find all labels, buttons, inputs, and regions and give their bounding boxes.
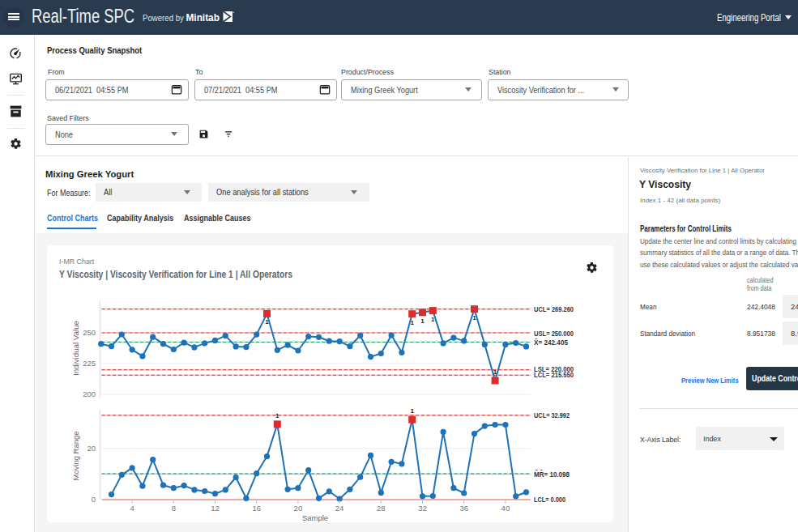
svg-text:20: 20 [87,444,96,453]
svg-text:LCL= 0.000: LCL= 0.000 [534,495,565,504]
svg-text:1: 1 [472,314,476,321]
svg-text:1: 1 [431,316,435,323]
svg-text:40: 40 [501,504,510,513]
svg-text:250: 250 [83,328,96,337]
svg-text:20: 20 [294,504,303,513]
svg-text:200: 200 [83,389,96,398]
svg-text:32: 32 [418,504,427,513]
svg-text:M̄R̄= 10.098: M̄R̄= 10.098 [534,470,570,479]
svg-text:1: 1 [410,319,414,326]
svg-text:0: 0 [92,495,96,504]
svg-text:LCL= 215.550: LCL= 215.550 [534,370,574,379]
svg-text:1: 1 [420,317,425,325]
svg-text:1: 1 [410,407,414,415]
svg-text:1: 1 [265,318,269,326]
svg-text:225: 225 [83,359,96,368]
svg-text:16: 16 [252,504,261,513]
svg-text:UCL= 32.992: UCL= 32.992 [534,411,570,419]
svg-text:Individual Value: Individual Value [71,321,80,376]
svg-text:Sample: Sample [302,513,328,522]
svg-text:Moving Range: Moving Range [71,432,80,481]
svg-text:UCL= 269.260: UCL= 269.260 [534,304,574,313]
svg-text:12: 12 [211,504,220,513]
svg-text:4: 4 [130,504,134,513]
svg-text:8: 8 [172,504,176,513]
svg-text:1: 1 [493,368,497,376]
svg-text:USL= 250.000: USL= 250.000 [534,329,574,338]
svg-text:1: 1 [275,412,280,419]
svg-text:24: 24 [335,504,344,513]
svg-text:X̄= 242.405: X̄= 242.405 [534,338,569,347]
svg-text:28: 28 [377,504,386,513]
svg-text:36: 36 [459,504,468,513]
